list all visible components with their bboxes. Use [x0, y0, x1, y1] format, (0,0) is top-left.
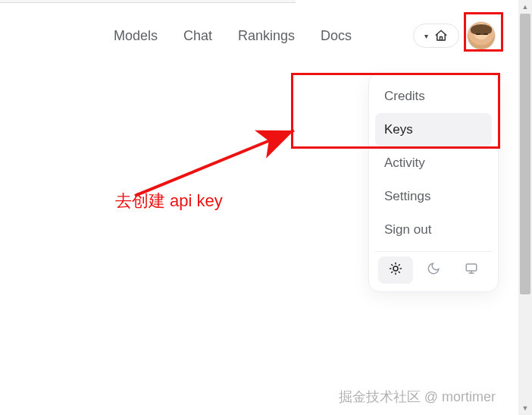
nav-right-group: ▾: [413, 21, 496, 50]
scrollbar[interactable]: ▲ ▼: [518, 0, 532, 415]
scrollbar-thumb[interactable]: [520, 14, 530, 294]
scrollbar-up-icon[interactable]: ▲: [518, 0, 532, 14]
home-button[interactable]: ▾: [413, 24, 459, 48]
theme-dark-button[interactable]: [416, 256, 451, 284]
svg-line-12: [135, 130, 294, 196]
user-menu: Credits Keys Activity Settings Sign out: [368, 73, 499, 292]
main-nav: Models Chat Rankings Docs ▾: [114, 21, 496, 50]
scrollbar-down-icon[interactable]: ▼: [518, 401, 532, 415]
menu-item-credits[interactable]: Credits: [375, 80, 492, 113]
svg-line-8: [399, 265, 399, 266]
nav-models[interactable]: Models: [114, 28, 158, 44]
annotation-text: 去创建 api key: [115, 190, 223, 212]
svg-line-7: [392, 272, 393, 272]
menu-item-keys[interactable]: Keys: [375, 113, 492, 146]
nav-docs[interactable]: Docs: [321, 28, 352, 44]
svg-rect-9: [466, 264, 477, 271]
monitor-icon: [465, 262, 478, 278]
svg-line-4: [399, 272, 399, 272]
menu-item-signout[interactable]: Sign out: [375, 213, 492, 247]
annotation-arrow: [114, 114, 341, 205]
watermark: 掘金技术社区 @ mortimer: [339, 388, 496, 406]
chevron-down-icon: ▾: [424, 32, 428, 40]
nav-rankings[interactable]: Rankings: [238, 28, 295, 44]
home-icon: [434, 29, 448, 42]
svg-line-3: [392, 265, 393, 266]
sun-icon: [389, 262, 402, 278]
svg-point-0: [393, 266, 398, 271]
menu-item-activity[interactable]: Activity: [375, 146, 492, 180]
theme-switcher: [375, 251, 492, 285]
menu-item-settings[interactable]: Settings: [375, 180, 492, 213]
avatar[interactable]: [467, 21, 496, 50]
moon-icon: [427, 262, 440, 278]
theme-system-button[interactable]: [454, 256, 489, 284]
nav-chat[interactable]: Chat: [183, 28, 212, 44]
theme-light-button[interactable]: [378, 256, 413, 284]
window-top-hint: [0, 0, 296, 3]
